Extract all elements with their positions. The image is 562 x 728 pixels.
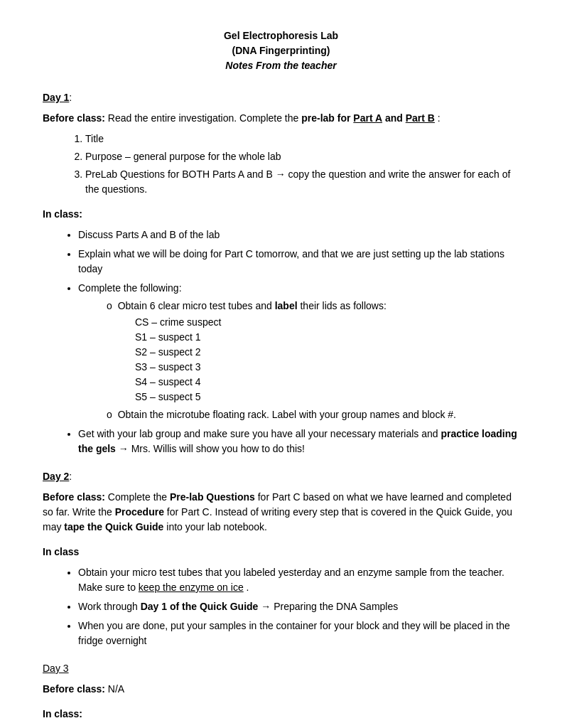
day3-heading: Day 3 [43, 663, 69, 674]
day2-quick-guide-bold: Day 1 of the Quick Guide [141, 601, 259, 612]
day3-before-class-label: Before class: [43, 683, 105, 695]
day1-in-class-label: In class: [43, 207, 519, 222]
day2-in-class-label: In class [43, 545, 519, 560]
tube-label-s3: S3 – suspect 3 [135, 360, 519, 375]
day1-list-item-1: Title [85, 132, 519, 146]
day2-heading: Day 2 [43, 471, 69, 482]
tube-label-s4: S4 – suspect 4 [135, 375, 519, 390]
day2-bc-bold1: Pre-lab Questions [170, 491, 255, 503]
day2-bc-bold3: tape the Quick Guide [64, 521, 163, 532]
day1-before-class-line: Before class: Read the entire investigat… [43, 111, 519, 126]
day2-bc-text4: into your lab notebook. [166, 521, 267, 532]
day1-list-item-2: Purpose – general purpose for the whole … [85, 149, 519, 164]
day1-and: and [385, 112, 406, 124]
day1-part-b: Part B [406, 112, 435, 124]
day2-section: Day 2: Before class: Complete the Pre-la… [43, 469, 519, 648]
day3-in-class-label: In class: [43, 707, 519, 722]
day2-keep-enzyme: keep the enzyme on ice [139, 582, 244, 593]
day1-last-end: → Mrs. Willis will show you how to do th… [119, 443, 305, 454]
tube-label-cs: CS – crime suspect [135, 315, 519, 330]
day1-tube-labels: CS – crime suspect S1 – suspect 1 S2 – s… [135, 315, 519, 405]
title-line3: Notes From the teacher [43, 58, 519, 73]
day1-sub-item-obtain: o Obtain 6 clear micro test tubes and la… [107, 299, 519, 405]
tube-label-s1: S1 – suspect 1 [135, 330, 519, 345]
day1-bullet-3: Complete the following: o Obtain 6 clear… [78, 281, 519, 422]
day1-bc-colon: : [438, 112, 441, 124]
tube-label-s2: S2 – suspect 2 [135, 345, 519, 360]
day1-sub-item-rack: o Obtain the microtube floating rack. La… [107, 407, 519, 422]
day1-bc-text: Read the entire investigation. Complete … [108, 112, 301, 124]
tube-label-s5: S5 – suspect 5 [135, 390, 519, 405]
day1-before-class-label: Before class: [43, 112, 105, 124]
day1-bullet-4: Get with your lab group and make sure yo… [78, 427, 519, 456]
day1-bullet-1: Discuss Parts A and B of the lab [78, 228, 519, 242]
title-line2: (DNA Fingerprinting) [43, 43, 519, 58]
day2-bullet-2: Work through Day 1 of the Quick Guide → … [78, 599, 519, 614]
day2-before-class-label: Before class: [43, 491, 105, 503]
day1-heading: Day 1 [43, 92, 69, 103]
day1-numbered-list: Title Purpose – general purpose for the … [85, 132, 519, 197]
day1-bc-bold: pre-lab for [301, 112, 353, 124]
day1-list-item-3: PreLab Questions for BOTH Parts A and B … [85, 167, 519, 197]
day2-bullet-1: Obtain your micro test tubes that you la… [78, 565, 519, 595]
day2-bullet-3: When you are done, put your samples in t… [78, 619, 519, 648]
page-title: Gel Electrophoresis Lab (DNA Fingerprint… [43, 28, 519, 73]
day1-sub-list: o Obtain 6 clear micro test tubes and la… [92, 299, 519, 422]
day2-bc-bold2: Procedure [115, 506, 164, 518]
day1-bullets: Discuss Parts A and B of the lab Explain… [78, 228, 519, 456]
day2-heading-line: Day 2: [43, 469, 519, 484]
day1-section: Day 1: Before class: Read the entire inv… [43, 90, 519, 456]
day3-before-class-line: Before class: N/A [43, 682, 519, 697]
day1-heading-line: Day 1: [43, 90, 519, 105]
day1-part-a: Part A [353, 112, 382, 124]
day2-bullets: Obtain your micro test tubes that you la… [78, 565, 519, 648]
title-line1: Gel Electrophoresis Lab [43, 28, 519, 43]
day2-before-class-line: Before class: Complete the Pre-lab Quest… [43, 490, 519, 535]
day3-section: Day 3 Before class: N/A In class: Work t… [43, 661, 519, 728]
day1-bullet-2: Explain what we will be doing for Part C… [78, 247, 519, 277]
day3-heading-line: Day 3 [43, 661, 519, 676]
